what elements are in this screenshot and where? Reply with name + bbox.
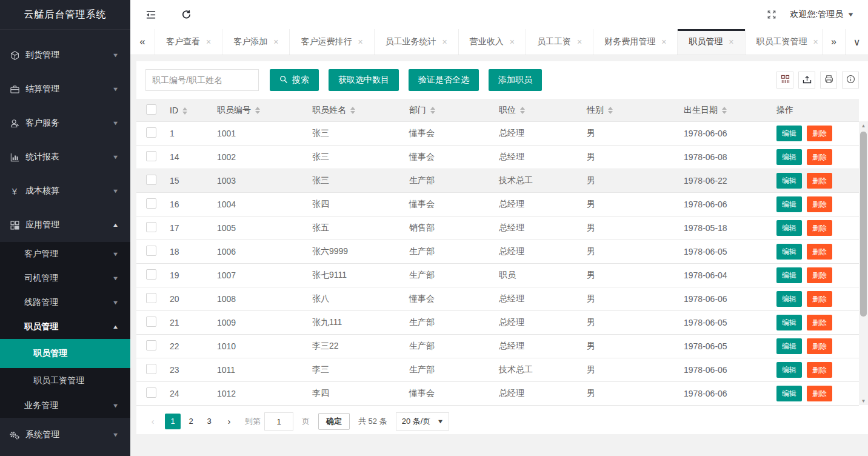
sort-desc-icon[interactable]: [255, 111, 260, 114]
close-tab-icon[interactable]: ×: [661, 37, 666, 47]
page-number-active[interactable]: 1: [165, 414, 181, 429]
sidebar-subitem-active[interactable]: 职员管理: [0, 339, 130, 368]
table-scrollbar[interactable]: ▲ ▼: [859, 121, 868, 405]
user-menu[interactable]: 欢迎您:管理员 ▼: [790, 9, 853, 20]
select-all-checkbox[interactable]: [146, 104, 156, 115]
filter-columns-button[interactable]: [776, 72, 793, 89]
tabs-scroll-left-button[interactable]: «: [130, 29, 155, 55]
close-tab-icon[interactable]: ×: [510, 37, 515, 47]
delete-button[interactable]: 删除: [807, 196, 832, 212]
sidebar-subitem[interactable]: 客户管理▼: [0, 242, 130, 266]
goto-page-input[interactable]: [264, 412, 293, 431]
delete-button[interactable]: 删除: [807, 291, 832, 307]
row-checkbox[interactable]: [146, 269, 156, 280]
sidebar-item[interactable]: 客户服务▼: [0, 106, 130, 140]
search-button[interactable]: 搜索: [270, 69, 319, 91]
tab-item[interactable]: 员工工资×: [526, 29, 593, 55]
row-checkbox[interactable]: [146, 387, 156, 398]
edit-button[interactable]: 编辑: [776, 338, 802, 354]
delete-button[interactable]: 删除: [807, 126, 832, 141]
edit-button[interactable]: 编辑: [776, 244, 802, 260]
print-button[interactable]: [820, 72, 837, 89]
row-checkbox[interactable]: [146, 175, 156, 185]
sort-icon[interactable]: [255, 107, 260, 114]
row-checkbox[interactable]: [146, 198, 156, 209]
sort-desc-icon[interactable]: [722, 111, 727, 114]
delete-button[interactable]: 删除: [807, 220, 832, 236]
row-checkbox[interactable]: [146, 151, 156, 161]
sidebar-item[interactable]: ¥成本核算▼: [0, 174, 130, 208]
sort-icon[interactable]: [350, 107, 355, 114]
tabs-scroll-right-button[interactable]: »: [823, 29, 845, 55]
sidebar-item[interactable]: 到货管理▼: [0, 38, 130, 72]
delete-button[interactable]: 删除: [807, 173, 832, 189]
row-checkbox[interactable]: [146, 293, 156, 303]
tab-item-active[interactable]: 职员管理×: [678, 29, 745, 55]
sort-icon[interactable]: [430, 107, 435, 114]
sidebar-item[interactable]: 系统管理▼: [0, 418, 130, 452]
sort-asc-icon[interactable]: [182, 107, 187, 110]
edit-button[interactable]: 编辑: [776, 291, 802, 307]
sort-desc-icon[interactable]: [520, 111, 525, 114]
sort-asc-icon[interactable]: [430, 107, 435, 110]
close-tab-icon[interactable]: ×: [442, 37, 447, 47]
fullscreen-icon[interactable]: [767, 10, 776, 19]
edit-button[interactable]: 编辑: [776, 267, 802, 283]
scrollbar-thumb[interactable]: [860, 132, 867, 317]
page-number-button[interactable]: 3: [201, 414, 217, 429]
tab-item[interactable]: 客户查看×: [155, 29, 222, 55]
delete-button[interactable]: 删除: [807, 149, 832, 165]
close-tab-icon[interactable]: ×: [206, 37, 211, 47]
sidebar-subitem[interactable]: 线路管理▼: [0, 290, 130, 315]
tab-item[interactable]: 客户添加×: [222, 29, 290, 55]
close-tab-icon[interactable]: ×: [273, 37, 278, 47]
edit-button[interactable]: 编辑: [776, 386, 802, 401]
edit-button[interactable]: 编辑: [776, 149, 802, 165]
sort-icon[interactable]: [608, 107, 613, 114]
edit-button[interactable]: 编辑: [776, 126, 802, 141]
tabs-more-button[interactable]: ∨: [845, 29, 868, 55]
edit-button[interactable]: 编辑: [776, 362, 802, 378]
tab-item[interactable]: 营业收入×: [459, 29, 526, 55]
delete-button[interactable]: 删除: [807, 267, 832, 283]
scroll-down-arrow-icon[interactable]: ▼: [859, 397, 868, 405]
close-tab-icon[interactable]: ×: [729, 37, 733, 47]
sort-icon[interactable]: [722, 107, 727, 114]
refresh-icon[interactable]: [181, 10, 192, 20]
delete-button[interactable]: 删除: [807, 244, 832, 260]
page-size-select[interactable]: 20 条/页 ▼: [396, 412, 450, 431]
row-checkbox[interactable]: [146, 127, 156, 138]
row-checkbox[interactable]: [146, 246, 156, 256]
search-input[interactable]: [145, 69, 259, 91]
sidebar-subitem[interactable]: 业务管理▼: [0, 394, 130, 418]
row-checkbox[interactable]: [146, 317, 156, 327]
sort-asc-icon[interactable]: [255, 107, 260, 110]
info-button[interactable]: [842, 72, 859, 89]
close-tab-icon[interactable]: ×: [358, 37, 362, 47]
goto-confirm-button[interactable]: 确定: [318, 413, 350, 430]
close-tab-icon[interactable]: ×: [813, 37, 818, 47]
sidebar-subitem[interactable]: 职员工资管理: [0, 368, 130, 394]
page-prev-button[interactable]: ‹: [145, 417, 160, 426]
row-checkbox[interactable]: [146, 340, 156, 350]
sort-desc-icon[interactable]: [350, 111, 355, 114]
export-button[interactable]: [798, 72, 815, 89]
delete-button[interactable]: 删除: [807, 386, 832, 401]
edit-button[interactable]: 编辑: [776, 196, 802, 212]
get-selected-count-button[interactable]: 获取选中数目: [329, 69, 399, 91]
sidebar-item[interactable]: 应用管理▲: [0, 208, 130, 242]
collapse-sidebar-icon[interactable]: [145, 10, 157, 20]
edit-button[interactable]: 编辑: [776, 220, 802, 236]
sidebar-subitem[interactable]: 职员管理▲: [0, 315, 130, 339]
scroll-up-arrow-icon[interactable]: ▲: [859, 121, 868, 130]
sort-desc-icon[interactable]: [182, 112, 187, 115]
sort-desc-icon[interactable]: [430, 111, 435, 114]
close-tab-icon[interactable]: ×: [577, 37, 582, 47]
edit-button[interactable]: 编辑: [776, 315, 802, 330]
page-number-button[interactable]: 2: [183, 414, 199, 429]
page-next-button[interactable]: ›: [222, 417, 236, 426]
sort-asc-icon[interactable]: [608, 107, 613, 110]
edit-button[interactable]: 编辑: [776, 173, 802, 189]
tab-item[interactable]: 客户运费排行×: [290, 29, 374, 55]
sort-icon[interactable]: [520, 107, 525, 114]
